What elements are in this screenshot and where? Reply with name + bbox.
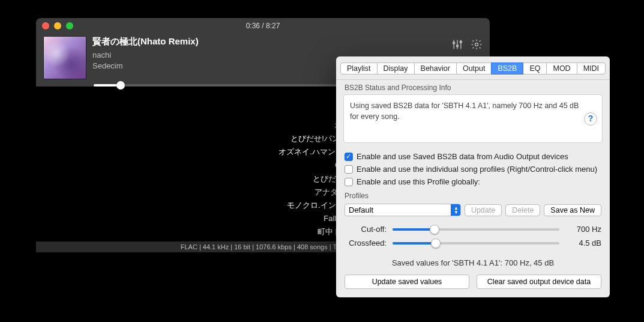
crossfeed-value: 4.5 dB — [565, 238, 601, 248]
chk-individual-box[interactable] — [345, 165, 353, 174]
cutoff-label: Cut-off: — [345, 225, 387, 234]
delete-profile-button[interactable]: Delete — [505, 204, 540, 216]
chk-saved[interactable]: Enable and use Saved BS2B data from Audi… — [345, 150, 601, 163]
saved-values-line: Saved values for 'SBTH 4.1 A1': 700 Hz, … — [336, 251, 610, 271]
clear-saved-button[interactable]: Clear saved output device data — [477, 275, 601, 289]
svg-point-3 — [475, 43, 478, 46]
update-saved-button[interactable]: Update saved values — [345, 275, 469, 289]
close-icon[interactable] — [42, 22, 49, 29]
cutoff-slider[interactable] — [393, 228, 559, 231]
equalizer-icon[interactable] — [451, 38, 463, 53]
status-infobox: Using saved BS2B data for 'SBTH 4.1 A1',… — [343, 94, 603, 143]
np-title: 賢者の極北(Nhato Remix) — [92, 36, 451, 47]
status-section-label: BS2B Status and Processing Info — [336, 80, 610, 93]
playback-time: 0:36 / 8:27 — [246, 22, 280, 30]
chk-global-box[interactable] — [345, 178, 353, 186]
crossfeed-label: Crossfeed: — [345, 238, 387, 248]
cutoff-slider-row: Cut-off: 700 Hz — [345, 222, 601, 236]
gear-icon[interactable] — [471, 38, 483, 53]
zoom-icon[interactable] — [66, 22, 73, 29]
crossfeed-slider[interactable] — [393, 242, 559, 245]
chk-individual[interactable]: Enable and use the individual song profi… — [345, 163, 601, 175]
cutoff-value: 700 Hz — [565, 225, 601, 234]
save-as-new-button[interactable]: Save as New — [544, 204, 601, 216]
profile-select[interactable]: Default — [345, 204, 461, 216]
tab-bs2b[interactable]: BS2B — [491, 62, 523, 74]
chk-saved-box[interactable] — [345, 153, 353, 161]
progress-knob[interactable] — [116, 81, 125, 90]
tab-display[interactable]: Display — [377, 62, 415, 74]
tab-mod[interactable]: MOD — [546, 62, 577, 74]
minimize-icon[interactable] — [54, 22, 61, 29]
tab-behavior[interactable]: Behavior — [414, 62, 457, 74]
tab-midi[interactable]: MIDI — [577, 62, 606, 74]
titlebar: 0:36 / 8:27 — [36, 18, 490, 34]
tab-eq[interactable]: EQ — [523, 62, 547, 74]
profile-select-wrap[interactable]: Default ▲▼ — [345, 204, 461, 216]
chk-global[interactable]: Enable and use this Profile globally: — [345, 175, 601, 188]
settings-tabs: PlaylistDisplayBehaviorOutputBS2BEQMODMI… — [336, 56, 610, 80]
crossfeed-slider-row: Crossfeed: 4.5 dB — [345, 236, 601, 250]
profiles-label: Profiles — [336, 190, 610, 201]
crossfeed-knob[interactable] — [431, 238, 441, 248]
window-controls — [42, 22, 73, 29]
album-art[interactable] — [43, 36, 86, 79]
update-profile-button[interactable]: Update — [465, 204, 502, 216]
cutoff-knob[interactable] — [430, 225, 439, 234]
help-icon[interactable]: ? — [584, 112, 597, 126]
tab-output[interactable]: Output — [456, 62, 492, 74]
status-text: Using saved BS2B data for 'SBTH 4.1 A1',… — [350, 102, 579, 121]
tab-playlist[interactable]: Playlist — [340, 62, 378, 74]
settings-panel: PlaylistDisplayBehaviorOutputBS2BEQMODMI… — [336, 56, 610, 297]
